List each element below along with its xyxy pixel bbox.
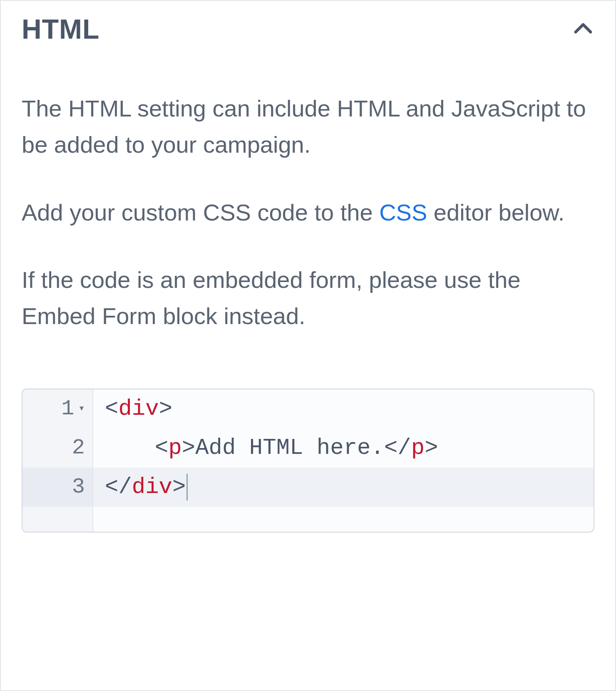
panel-header[interactable]: HTML [1, 1, 615, 57]
panel-title: HTML [22, 13, 99, 45]
line-number: 2 [22, 428, 93, 468]
code-line[interactable]: 3</div> [22, 468, 594, 507]
line-number [22, 507, 93, 532]
html-code-editor[interactable]: 1▾<div>2<p>Add HTML here.</p>3</div> [22, 389, 594, 532]
css-link[interactable]: CSS [379, 199, 427, 225]
panel-body: The HTML setting can include HTML and Ja… [1, 57, 615, 389]
code-content[interactable]: </div> [93, 474, 188, 500]
code-line[interactable]: 2<p>Add HTML here.</p> [22, 428, 594, 468]
chevron-up-icon[interactable] [572, 17, 594, 41]
fold-marker-icon[interactable]: ▾ [78, 401, 85, 415]
description-paragraph-1: The HTML setting can include HTML and Ja… [22, 91, 594, 163]
code-line[interactable]: 1▾<div> [22, 389, 594, 428]
code-content[interactable]: <p>Add HTML here.</p> [93, 435, 438, 461]
line-number: 3 [22, 468, 93, 507]
description-paragraph-2: Add your custom CSS code to the CSS edit… [22, 195, 594, 231]
code-line-empty[interactable] [22, 507, 594, 532]
text-cursor [186, 474, 188, 500]
html-settings-panel: HTML The HTML setting can include HTML a… [0, 0, 616, 691]
code-content[interactable]: <div> [93, 396, 172, 421]
description-paragraph-3: If the code is an embedded form, please … [22, 262, 594, 334]
p2-post: editor below. [427, 199, 564, 225]
line-number: 1▾ [22, 389, 93, 428]
p2-pre: Add your custom CSS code to the [22, 199, 379, 225]
